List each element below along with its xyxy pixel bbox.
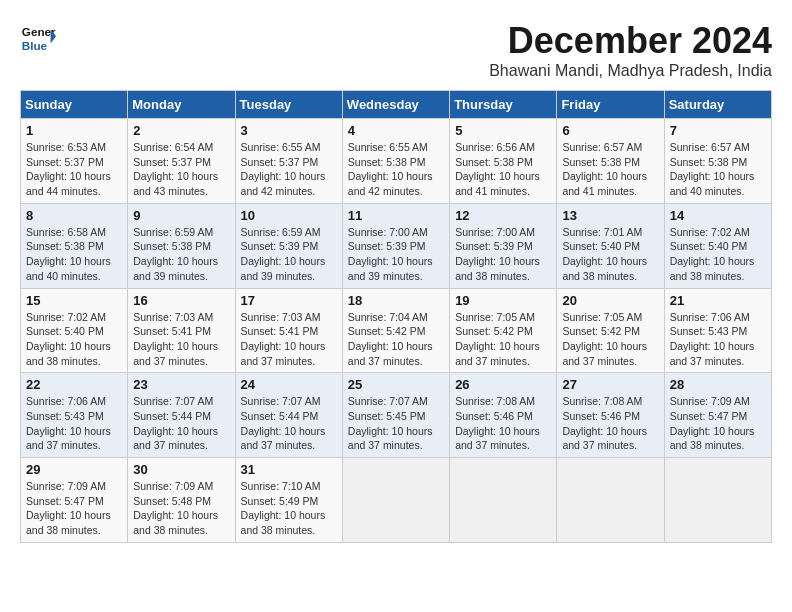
table-row: 15Sunrise: 7:02 AM Sunset: 5:40 PM Dayli… bbox=[21, 288, 128, 373]
table-row: 29Sunrise: 7:09 AM Sunset: 5:47 PM Dayli… bbox=[21, 458, 128, 543]
table-row: 25Sunrise: 7:07 AM Sunset: 5:45 PM Dayli… bbox=[342, 373, 449, 458]
table-row bbox=[664, 458, 771, 543]
table-row: 7Sunrise: 6:57 AM Sunset: 5:38 PM Daylig… bbox=[664, 119, 771, 204]
table-row: 1Sunrise: 6:53 AM Sunset: 5:37 PM Daylig… bbox=[21, 119, 128, 204]
table-row: 14Sunrise: 7:02 AM Sunset: 5:40 PM Dayli… bbox=[664, 203, 771, 288]
logo: General Blue bbox=[20, 20, 56, 56]
table-row: 6Sunrise: 6:57 AM Sunset: 5:38 PM Daylig… bbox=[557, 119, 664, 204]
table-row: 4Sunrise: 6:55 AM Sunset: 5:38 PM Daylig… bbox=[342, 119, 449, 204]
table-row: 17Sunrise: 7:03 AM Sunset: 5:41 PM Dayli… bbox=[235, 288, 342, 373]
table-row: 20Sunrise: 7:05 AM Sunset: 5:42 PM Dayli… bbox=[557, 288, 664, 373]
table-row: 28Sunrise: 7:09 AM Sunset: 5:47 PM Dayli… bbox=[664, 373, 771, 458]
table-row: 12Sunrise: 7:00 AM Sunset: 5:39 PM Dayli… bbox=[450, 203, 557, 288]
col-saturday: Saturday bbox=[664, 91, 771, 119]
col-sunday: Sunday bbox=[21, 91, 128, 119]
calendar-table: Sunday Monday Tuesday Wednesday Thursday… bbox=[20, 90, 772, 543]
table-row: 19Sunrise: 7:05 AM Sunset: 5:42 PM Dayli… bbox=[450, 288, 557, 373]
table-row: 2Sunrise: 6:54 AM Sunset: 5:37 PM Daylig… bbox=[128, 119, 235, 204]
table-row: 8Sunrise: 6:58 AM Sunset: 5:38 PM Daylig… bbox=[21, 203, 128, 288]
table-row: 13Sunrise: 7:01 AM Sunset: 5:40 PM Dayli… bbox=[557, 203, 664, 288]
table-row: 5Sunrise: 6:56 AM Sunset: 5:38 PM Daylig… bbox=[450, 119, 557, 204]
calendar-subtitle: Bhawani Mandi, Madhya Pradesh, India bbox=[489, 62, 772, 80]
table-row: 3Sunrise: 6:55 AM Sunset: 5:37 PM Daylig… bbox=[235, 119, 342, 204]
header-row: Sunday Monday Tuesday Wednesday Thursday… bbox=[21, 91, 772, 119]
calendar-title: December 2024 bbox=[489, 20, 772, 62]
table-row: 22Sunrise: 7:06 AM Sunset: 5:43 PM Dayli… bbox=[21, 373, 128, 458]
table-row: 16Sunrise: 7:03 AM Sunset: 5:41 PM Dayli… bbox=[128, 288, 235, 373]
col-wednesday: Wednesday bbox=[342, 91, 449, 119]
title-section: December 2024 Bhawani Mandi, Madhya Prad… bbox=[489, 20, 772, 80]
table-row: 31Sunrise: 7:10 AM Sunset: 5:49 PM Dayli… bbox=[235, 458, 342, 543]
table-row: 26Sunrise: 7:08 AM Sunset: 5:46 PM Dayli… bbox=[450, 373, 557, 458]
svg-text:Blue: Blue bbox=[22, 39, 48, 52]
table-row: 11Sunrise: 7:00 AM Sunset: 5:39 PM Dayli… bbox=[342, 203, 449, 288]
logo-icon: General Blue bbox=[20, 20, 56, 56]
table-row: 21Sunrise: 7:06 AM Sunset: 5:43 PM Dayli… bbox=[664, 288, 771, 373]
table-row: 18Sunrise: 7:04 AM Sunset: 5:42 PM Dayli… bbox=[342, 288, 449, 373]
table-row: 10Sunrise: 6:59 AM Sunset: 5:39 PM Dayli… bbox=[235, 203, 342, 288]
calendar-body: 1Sunrise: 6:53 AM Sunset: 5:37 PM Daylig… bbox=[21, 119, 772, 543]
table-row: 9Sunrise: 6:59 AM Sunset: 5:38 PM Daylig… bbox=[128, 203, 235, 288]
table-row: 24Sunrise: 7:07 AM Sunset: 5:44 PM Dayli… bbox=[235, 373, 342, 458]
table-row: 30Sunrise: 7:09 AM Sunset: 5:48 PM Dayli… bbox=[128, 458, 235, 543]
table-row bbox=[450, 458, 557, 543]
table-row bbox=[342, 458, 449, 543]
col-monday: Monday bbox=[128, 91, 235, 119]
col-thursday: Thursday bbox=[450, 91, 557, 119]
table-row bbox=[557, 458, 664, 543]
col-friday: Friday bbox=[557, 91, 664, 119]
page-header: General Blue December 2024 Bhawani Mandi… bbox=[20, 20, 772, 80]
table-row: 27Sunrise: 7:08 AM Sunset: 5:46 PM Dayli… bbox=[557, 373, 664, 458]
table-row: 23Sunrise: 7:07 AM Sunset: 5:44 PM Dayli… bbox=[128, 373, 235, 458]
col-tuesday: Tuesday bbox=[235, 91, 342, 119]
